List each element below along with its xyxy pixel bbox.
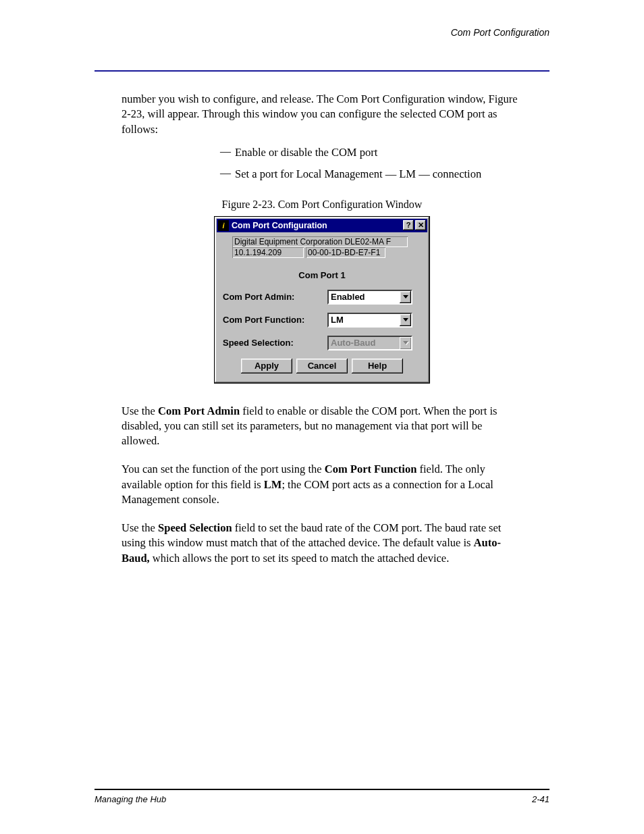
text-run: You can set the function of the port usi… [122, 463, 325, 475]
close-icon: ✕ [418, 221, 424, 229]
paragraph: Use the Speed Selection field to set the… [122, 521, 522, 566]
apply-button[interactable]: Apply [241, 359, 292, 373]
function-dropdown-button[interactable] [400, 314, 411, 326]
body-paragraphs: Use the Com Port Admin field to enable o… [122, 404, 522, 566]
chevron-down-icon [403, 295, 408, 298]
text-run: Use the [122, 521, 158, 534]
dash-bullet: — [216, 144, 235, 159]
page-footer: Managing the Hub 2-41 [95, 789, 549, 804]
com-port-config-dialog: i Com Port Configuration ? ✕ Digital Equ… [214, 216, 430, 384]
footer-right: 2-41 [166, 794, 549, 804]
app-icon: i [218, 220, 229, 231]
help-text-button[interactable]: Help [352, 359, 403, 373]
ip-address-field: 10.1.194.209 [232, 247, 304, 258]
speed-row: Speed Selection: Auto-Baud [220, 336, 424, 350]
chevron-down-icon [403, 341, 408, 344]
dash-bullet: — [216, 165, 235, 180]
admin-row: Com Port Admin: Enabled [220, 290, 424, 305]
list-item: — Enable or disable the COM port [216, 144, 522, 161]
admin-dropdown-button[interactable] [400, 291, 411, 303]
chevron-down-icon [403, 318, 408, 321]
function-value: LM [329, 315, 400, 325]
text-bold: LM [264, 478, 282, 491]
section-title: Com Port 1 [220, 270, 424, 280]
bullet-list: — Enable or disable the COM port — Set a… [216, 144, 522, 184]
text-run: which allows the port to set its speed t… [150, 552, 450, 565]
dialog-body: Digital Equipment Corporation DLE02-MA F… [215, 234, 429, 383]
text-bold: Speed Selection [158, 521, 232, 534]
speed-dropdown-button [400, 337, 411, 349]
intro-paragraph: number you wish to configure, and releas… [122, 92, 522, 137]
speed-value: Auto-Baud [329, 338, 400, 348]
help-button[interactable]: ? [403, 220, 414, 230]
figure-caption: Figure 2-23. Com Port Configuration Wind… [0, 199, 644, 211]
device-info-row: Digital Equipment Corporation DLE02-MA F… [232, 236, 424, 259]
speed-label: Speed Selection: [223, 338, 327, 348]
text-bold: Com Port Admin [158, 405, 240, 417]
admin-value: Enabled [329, 292, 400, 302]
header-section-title: Com Port Configuration [451, 27, 549, 38]
admin-label: Com Port Admin: [223, 292, 327, 302]
list-item-text: Set a port for Local Management — LM — c… [235, 165, 522, 183]
list-item-text: Enable or disable the COM port [235, 144, 522, 161]
titlebar[interactable]: i Com Port Configuration ? ✕ [217, 219, 427, 232]
function-row: Com Port Function: LM [220, 313, 424, 328]
paragraph: You can set the function of the port usi… [122, 462, 522, 507]
page-header: Com Port Configuration [95, 27, 549, 68]
list-item: — Set a port for Local Management — LM —… [216, 165, 522, 183]
admin-select[interactable]: Enabled [327, 290, 412, 305]
page: Com Port Configuration number you wish t… [0, 0, 644, 834]
header-rule [95, 70, 549, 72]
mac-address-field: 00-00-1D-BD-E7-F1 [306, 247, 385, 258]
function-label: Com Port Function: [223, 315, 327, 325]
text-bold: Com Port Function [325, 463, 417, 475]
paragraph: Use the Com Port Admin field to enable o… [122, 404, 522, 449]
function-select[interactable]: LM [327, 313, 412, 328]
window-title: Com Port Configuration [232, 221, 402, 230]
text-run: Use the [122, 405, 158, 417]
figure-image: i Com Port Configuration ? ✕ Digital Equ… [0, 216, 644, 384]
speed-select: Auto-Baud [327, 336, 412, 350]
cancel-button[interactable]: Cancel [296, 359, 348, 373]
device-name-field: Digital Equipment Corporation DLE02-MA F [232, 236, 408, 247]
dialog-button-row: Apply Cancel Help [220, 359, 424, 373]
footer-left: Managing the Hub [95, 794, 166, 804]
close-button[interactable]: ✕ [415, 220, 426, 230]
